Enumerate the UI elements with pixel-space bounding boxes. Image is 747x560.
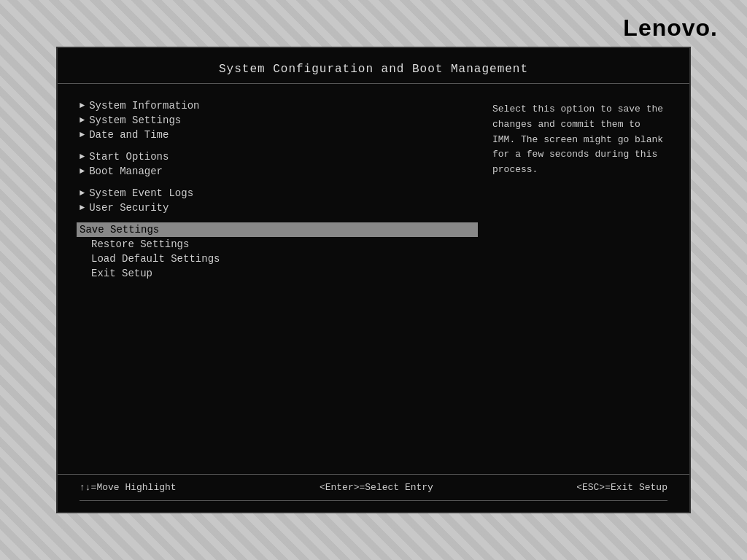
menu-group-2: ► Start Options ► Boot Manager bbox=[80, 149, 478, 179]
menu-group-3: ► System Event Logs ► User Security bbox=[80, 186, 478, 215]
menu-group-4: Save Settings Restore Settings Load Defa… bbox=[80, 222, 478, 281]
arrow-icon: ► bbox=[80, 115, 85, 125]
menu-item-exit-setup[interactable]: Exit Setup bbox=[80, 266, 478, 281]
menu-item-system-settings[interactable]: ► System Settings bbox=[80, 113, 478, 128]
menu-group-1: ► System Information ► System Settings ►… bbox=[80, 98, 478, 142]
menu-item-save-settings[interactable]: Save Settings bbox=[77, 222, 478, 237]
menu-item-boot-manager[interactable]: ► Boot Manager bbox=[80, 164, 478, 179]
lenovo-logo: Lenovo. bbox=[623, 15, 718, 42]
arrow-icon: ► bbox=[80, 101, 85, 111]
arrow-icon: ► bbox=[80, 166, 85, 176]
arrow-icon: ► bbox=[80, 203, 85, 213]
bios-description: Select this option to save the changes a… bbox=[478, 95, 667, 467]
menu-item-system-event-logs[interactable]: ► System Event Logs bbox=[80, 186, 478, 201]
bios-title: System Configuration and Boot Management bbox=[58, 48, 689, 84]
menu-item-system-information[interactable]: ► System Information bbox=[80, 98, 478, 113]
menu-item-restore-settings[interactable]: Restore Settings bbox=[80, 237, 478, 252]
menu-item-load-default-settings[interactable]: Load Default Settings bbox=[80, 252, 478, 266]
footer-select: <Enter>=Select Entry bbox=[320, 482, 433, 493]
arrow-icon: ► bbox=[80, 152, 85, 162]
footer-exit: <ESC>=Exit Setup bbox=[576, 482, 667, 493]
arrow-icon: ► bbox=[80, 130, 85, 140]
bios-footer: ↑↓=Move Highlight <Enter>=Select Entry <… bbox=[58, 474, 689, 500]
footer-move: ↑↓=Move Highlight bbox=[80, 482, 177, 493]
footer-spacer bbox=[58, 501, 689, 512]
bios-window: System Configuration and Boot Management… bbox=[56, 47, 691, 513]
menu-item-user-security[interactable]: ► User Security bbox=[80, 201, 478, 215]
bios-content: ► System Information ► System Settings ►… bbox=[58, 88, 689, 474]
menu-item-date-and-time[interactable]: ► Date and Time bbox=[80, 128, 478, 142]
arrow-icon: ► bbox=[80, 188, 85, 198]
menu-item-start-options[interactable]: ► Start Options bbox=[80, 149, 478, 164]
bios-menu: ► System Information ► System Settings ►… bbox=[80, 95, 478, 467]
